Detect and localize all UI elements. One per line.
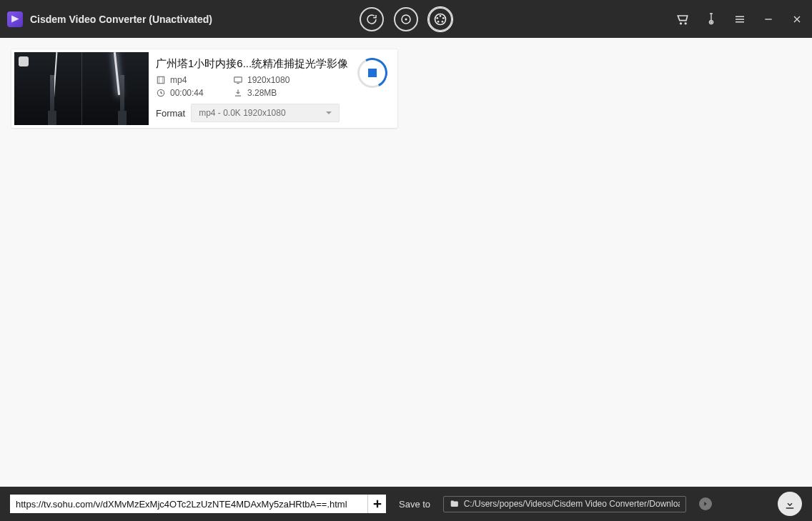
download-icon (783, 497, 796, 510)
save-to-label: Save to (399, 499, 430, 510)
video-title: 广州塔1小时内接6...统精准捕捉光学影像 (156, 56, 370, 71)
format-select-value: mp4 - 0.0K 1920x1080 (199, 108, 285, 118)
cart-icon (675, 12, 690, 26)
svg-rect-9 (157, 76, 164, 83)
window-controls (675, 11, 805, 27)
film-reel-icon (433, 12, 447, 26)
close-button[interactable] (789, 11, 805, 27)
plus-icon (371, 497, 384, 510)
svg-point-4 (442, 17, 445, 19)
video-thumbnail[interactable] (14, 52, 149, 125)
format-select[interactable]: mp4 - 0.0K 1920x1080 (191, 104, 340, 122)
minimize-icon (763, 14, 774, 25)
start-download-button[interactable] (778, 492, 802, 516)
app-logo (7, 11, 23, 27)
mode-convert-button[interactable] (360, 7, 384, 31)
mode-download-button[interactable] (428, 7, 452, 31)
video-details: 广州塔1小时内接6...统精准捕捉光学影像 mp4 1920x1080 (156, 52, 395, 125)
bottom-bar: Save to C:/Users/popes/Videos/Cisdem Vid… (0, 487, 812, 521)
download-size-icon (233, 88, 243, 98)
menu-button[interactable] (732, 11, 748, 27)
close-icon (791, 14, 803, 25)
minimize-button[interactable] (761, 11, 776, 27)
stop-download-button[interactable] (357, 58, 387, 88)
svg-point-1 (405, 18, 407, 20)
save-path-picker[interactable]: C:/Users/popes/Videos/Cisdem Video Conve… (443, 496, 686, 512)
meta-format-value: mp4 (170, 75, 187, 85)
disc-icon (400, 13, 412, 26)
svg-point-8 (710, 21, 712, 23)
svg-point-5 (442, 21, 444, 23)
video-meta: mp4 1920x1080 00:00:44 (156, 75, 392, 98)
meta-duration: 00:00:44 (156, 88, 233, 98)
meta-size: 3.28MB (233, 88, 333, 98)
monitor-icon (233, 75, 243, 85)
work-area: 广州塔1小时内接6...统精准捕捉光学影像 mp4 1920x1080 (0, 38, 812, 487)
meta-size-value: 3.28MB (247, 88, 277, 98)
app-title: Cisdem Video Converter (Unactivated) (30, 14, 212, 25)
store-button[interactable] (675, 11, 690, 27)
select-checkbox[interactable] (19, 56, 29, 66)
title-bar: Cisdem Video Converter (Unactivated) (0, 0, 812, 38)
format-label: Format (156, 108, 185, 119)
mode-rip-button[interactable] (394, 7, 418, 31)
meta-resolution-value: 1920x1080 (247, 75, 289, 85)
svg-point-7 (437, 17, 439, 19)
url-input[interactable] (10, 495, 367, 513)
meta-resolution: 1920x1080 (233, 75, 333, 85)
meta-duration-value: 00:00:44 (170, 88, 204, 98)
meta-format: mp4 (156, 75, 233, 85)
arrow-right-icon (702, 500, 709, 507)
film-icon (156, 75, 166, 85)
open-folder-button[interactable] (699, 497, 712, 510)
folder-icon (450, 499, 460, 509)
add-url-button[interactable] (367, 495, 386, 513)
theme-button[interactable] (703, 11, 719, 27)
clock-icon (156, 88, 166, 98)
video-item[interactable]: 广州塔1小时内接6...统精准捕捉光学影像 mp4 1920x1080 (11, 49, 397, 128)
thermometer-icon (705, 12, 717, 26)
url-input-group (10, 495, 386, 513)
mode-tabs (360, 7, 452, 31)
svg-rect-10 (234, 77, 242, 82)
svg-point-3 (440, 15, 442, 17)
svg-point-6 (437, 21, 440, 23)
refresh-icon (365, 13, 378, 26)
hamburger-icon (733, 13, 746, 26)
save-path-value: C:/Users/popes/Videos/Cisdem Video Conve… (464, 499, 680, 509)
